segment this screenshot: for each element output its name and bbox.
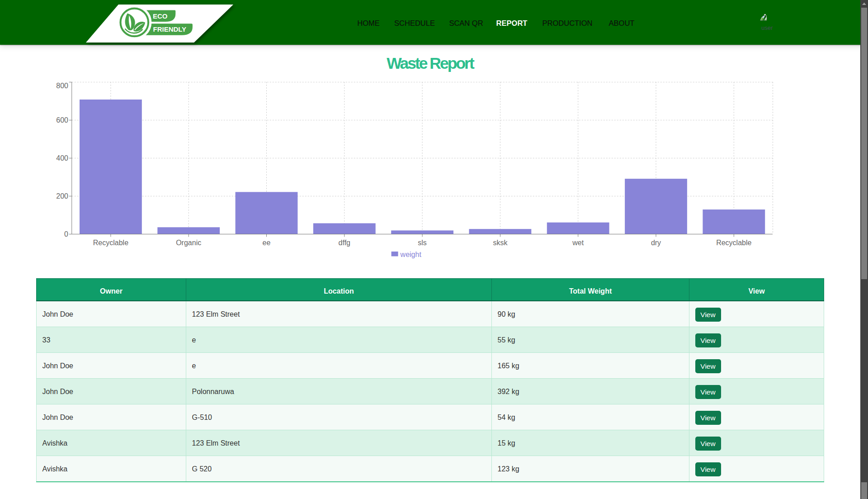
svg-text:Recyclable: Recyclable [93, 239, 128, 247]
svg-text:wet: wet [572, 239, 584, 247]
svg-text:dry: dry [651, 239, 661, 247]
svg-text:600: 600 [56, 116, 68, 124]
svg-text:Organic: Organic [176, 239, 201, 247]
svg-text:FRIENDLY: FRIENDLY [153, 25, 187, 33]
svg-text:800: 800 [56, 82, 68, 90]
svg-text:sksk: sksk [493, 239, 508, 247]
svg-text:0: 0 [64, 230, 68, 238]
svg-text:Recyclable: Recyclable [716, 239, 751, 247]
svg-text:200: 200 [56, 192, 68, 200]
svg-text:weight: weight [400, 251, 422, 258]
svg-text:ECO: ECO [153, 12, 168, 20]
svg-text:sls: sls [418, 239, 427, 247]
svg-text:dffg: dffg [339, 239, 350, 247]
svg-text:ee: ee [263, 239, 271, 247]
svg-text:400: 400 [56, 154, 68, 162]
